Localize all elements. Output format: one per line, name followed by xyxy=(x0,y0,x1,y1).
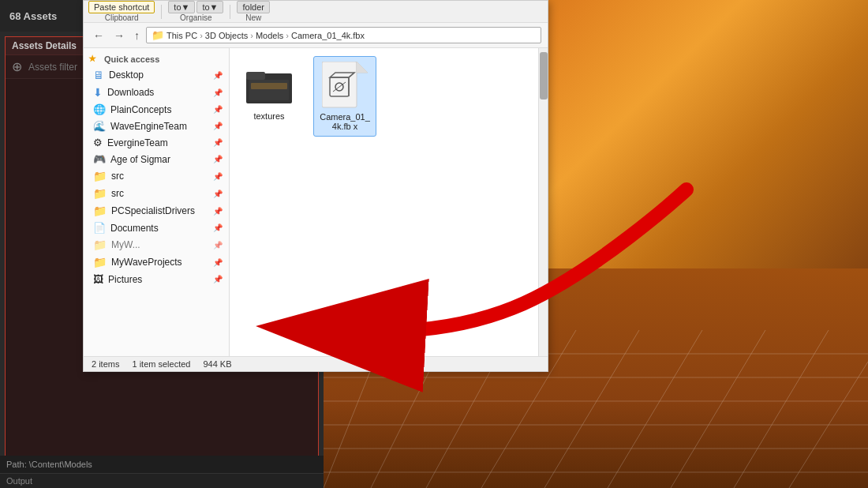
camera-fbx-item[interactable]: Camera_01_4k.fb x xyxy=(313,56,376,137)
downloads-icon: ⬇ xyxy=(93,86,103,99)
path-label: Path: \Content\Models xyxy=(6,460,92,469)
back-button[interactable]: ← xyxy=(90,28,107,43)
quick-access-label: Quick access xyxy=(104,54,159,64)
src1-pin: 📌 xyxy=(213,172,223,181)
documents-icon: 📄 xyxy=(93,222,106,234)
explorer-body: ★ Quick access 🖥 Desktop 📌 ⬇ Downloads 📌… xyxy=(84,48,548,356)
ageofsigmar-label: Age of Sigmar xyxy=(110,154,170,165)
pictures-label: Pictures xyxy=(108,274,142,285)
downloads-pin-icon: 📌 xyxy=(213,88,223,97)
sidebar-item-src2[interactable]: 📁 src 📌 xyxy=(84,185,229,202)
pictures-icon: 🖼 xyxy=(93,273,103,285)
evergineteam-icon: ⚙ xyxy=(93,137,103,148)
textures-folder-item[interactable]: textures xyxy=(238,56,301,126)
breadcrumb-sep-3: › xyxy=(286,31,289,40)
plainconcepts-icon: 🌐 xyxy=(93,103,106,115)
breadcrumb-sep-1: › xyxy=(200,31,203,40)
file-size: 944 KB xyxy=(203,359,231,369)
toolbar-new-group: folder New xyxy=(237,1,270,22)
scroll-track[interactable] xyxy=(538,48,548,356)
sidebar-item-documents[interactable]: 📄 Documents 📌 xyxy=(84,220,229,236)
sidebar-item-pcspecialist[interactable]: 📁 PCSpecialistDrivers 📌 xyxy=(84,202,229,220)
sidebar-item-mywaveprojects-hidden[interactable]: 📁 MyW... 📌 xyxy=(84,236,229,253)
breadcrumb-file: Camera_01_4k.fbx xyxy=(291,31,365,40)
explorer-toolbar: Paste shortcut Clipboard to▼ to▼ Organis… xyxy=(84,1,548,23)
assets-details-title: Assets Details xyxy=(12,40,77,51)
plainconcepts-label: PlainConcepts xyxy=(110,104,171,115)
src1-label: src xyxy=(111,171,124,182)
documents-label: Documents xyxy=(110,223,159,234)
paste-shortcut-button[interactable]: Paste shortcut xyxy=(88,1,155,13)
svg-rect-20 xyxy=(246,72,265,80)
new-folder-button[interactable]: folder xyxy=(237,1,270,13)
breadcrumb-3dobjects: 3D Objects xyxy=(205,31,248,40)
desktop-pin-icon: 📌 xyxy=(213,71,223,80)
svg-rect-23 xyxy=(322,62,357,107)
breadcrumb-folder-icon: 📁 xyxy=(152,29,164,41)
toolbar-organise-group: to▼ to▼ Organise xyxy=(168,1,223,22)
explorer-nav: ← → ↑ 📁 This PC › 3D Objects › Models › … xyxy=(84,23,548,48)
mywaveprojects-hidden-pin: 📌 xyxy=(213,241,223,250)
textures-folder-icon xyxy=(245,61,293,108)
mywaveprojects-hidden-icon: 📁 xyxy=(93,238,107,251)
toolbar-divider-2 xyxy=(230,5,230,19)
src2-pin: 📌 xyxy=(213,190,223,198)
star-icon: ★ xyxy=(88,54,96,64)
scroll-thumb[interactable] xyxy=(540,52,548,99)
breadcrumb-bar: 📁 This PC › 3D Objects › Models › Camera… xyxy=(146,27,541,43)
selected-count: 1 item selected xyxy=(132,359,190,369)
sidebar-item-ageofsigmar[interactable]: 🎮 Age of Sigmar 📌 xyxy=(84,151,229,167)
new-label: New xyxy=(245,13,261,22)
src1-icon: 📁 xyxy=(93,170,107,182)
camera-fbx-icon xyxy=(321,62,369,109)
ageofsigmar-icon: 🎮 xyxy=(93,153,106,165)
move-to-button[interactable]: to▼ xyxy=(196,1,223,13)
breadcrumb-models: Models xyxy=(256,31,283,40)
add-filter-icon[interactable]: ⊕ xyxy=(12,59,22,74)
file-explorer: Paste shortcut Clipboard to▼ to▼ Organis… xyxy=(83,0,548,372)
toolbar-divider-1 xyxy=(161,5,162,19)
sidebar-item-desktop[interactable]: 🖥 Desktop 📌 xyxy=(84,66,229,84)
sidebar-item-mywaveprojects[interactable]: 📁 MyWaveProjects 📌 xyxy=(84,253,229,271)
evergineteam-pin: 📌 xyxy=(213,138,223,147)
waveengineteam-pin: 📌 xyxy=(213,122,223,130)
sidebar-item-evergineteam[interactable]: ⚙ EvergineTeam 📌 xyxy=(84,134,229,151)
breadcrumb-thispc: This PC xyxy=(166,31,197,40)
explorer-sidebar: ★ Quick access 🖥 Desktop 📌 ⬇ Downloads 📌… xyxy=(84,48,230,356)
ageofsigmar-pin: 📌 xyxy=(213,155,223,163)
mywaveprojects-icon: 📁 xyxy=(93,256,107,268)
explorer-main: textures xyxy=(230,48,548,356)
desktop-label: Desktop xyxy=(109,69,144,81)
organise-label: Organise xyxy=(180,13,212,22)
plainconcepts-pin: 📌 xyxy=(213,105,223,114)
svg-rect-22 xyxy=(251,83,287,89)
waveengineteam-label: WaveEngineTeam xyxy=(110,121,187,132)
items-count: 2 items xyxy=(92,359,119,369)
src2-label: src xyxy=(111,188,124,199)
pcspecialist-label: PCSpecialistDrivers xyxy=(111,205,195,216)
downloads-label: Downloads xyxy=(107,87,154,98)
documents-pin: 📌 xyxy=(213,223,223,232)
waveengineteam-icon: 🌊 xyxy=(93,120,106,132)
sidebar-item-plainconcepts[interactable]: 🌐 PlainConcepts 📌 xyxy=(84,101,229,118)
svg-rect-21 xyxy=(249,80,289,100)
pcspecialist-pin: 📌 xyxy=(213,207,223,216)
quick-access-header: ★ Quick access xyxy=(84,51,229,66)
sidebar-item-src1[interactable]: 📁 src 📌 xyxy=(84,167,229,185)
output-bar: Output xyxy=(0,473,324,488)
forward-button[interactable]: → xyxy=(110,28,128,43)
path-bar: Path: \Content\Models xyxy=(0,456,324,473)
camera-fbx-label: Camera_01_4k.fb x xyxy=(319,112,371,131)
sidebar-item-downloads[interactable]: ⬇ Downloads 📌 xyxy=(84,84,229,101)
organise-button[interactable]: to▼ xyxy=(168,1,195,13)
sidebar-item-pictures[interactable]: 🖼 Pictures 📌 xyxy=(84,271,229,287)
output-label: Output xyxy=(6,476,32,486)
src2-icon: 📁 xyxy=(93,187,107,200)
pcspecialist-icon: 📁 xyxy=(93,205,107,217)
explorer-statusbar: 2 items 1 item selected 944 KB xyxy=(84,356,548,371)
pictures-pin: 📌 xyxy=(213,275,223,283)
mywaveprojects-hidden-label: MyW... xyxy=(111,239,140,250)
up-button[interactable]: ↑ xyxy=(131,28,143,43)
sidebar-item-waveengineteam[interactable]: 🌊 WaveEngineTeam 📌 xyxy=(84,118,229,134)
folder-label: folder xyxy=(242,2,264,12)
